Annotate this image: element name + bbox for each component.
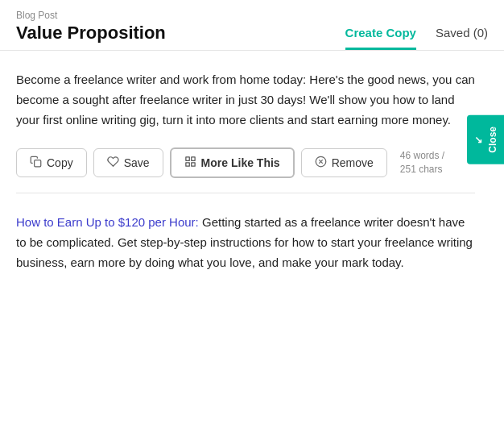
page-header: Blog Post Value Proposition Create Copy … <box>0 0 504 51</box>
svg-rect-1 <box>185 157 188 160</box>
tab-saved[interactable]: Saved (0) <box>436 26 488 50</box>
breadcrumb: Blog Post <box>16 10 166 21</box>
remove-label: Remove <box>332 156 374 169</box>
svg-rect-3 <box>191 163 194 166</box>
action-row-1: Copy Save <box>16 147 475 178</box>
heart-icon <box>107 156 119 170</box>
content-block-1: Become a freelance writer and work from … <box>16 51 475 193</box>
content-highlight: How to Earn Up to $120 per Hour: <box>16 215 199 229</box>
content-text-1: Become a freelance writer and work from … <box>16 70 475 130</box>
tab-create-copy[interactable]: Create Copy <box>345 26 416 50</box>
more-like-this-button[interactable]: More Like This <box>170 147 295 178</box>
svg-rect-0 <box>35 160 41 167</box>
header-tabs: Create Copy Saved (0) <box>345 26 488 50</box>
more-like-this-label: More Like This <box>201 156 280 169</box>
header-left: Blog Post Value Proposition <box>16 10 166 50</box>
word-count: 46 words / 251 chars <box>400 149 444 176</box>
close-label: Close <box>487 127 498 153</box>
more-icon <box>184 156 196 170</box>
word-count-value: 46 words / <box>400 150 444 161</box>
svg-rect-4 <box>185 163 188 166</box>
copy-icon <box>30 156 42 170</box>
char-count-value: 251 chars <box>400 164 443 175</box>
svg-rect-2 <box>191 157 194 160</box>
close-button[interactable]: ↙ Close <box>467 115 504 164</box>
content-text-2: How to Earn Up to $120 per Hour: Getting… <box>16 213 475 272</box>
main-content: ↙ Close Become a freelance writer and wo… <box>0 51 504 288</box>
copy-button[interactable]: Copy <box>16 148 87 177</box>
remove-button[interactable]: Remove <box>301 148 387 177</box>
content-block-2: How to Earn Up to $120 per Hour: Getting… <box>16 193 475 287</box>
page-title: Value Proposition <box>16 23 166 44</box>
save-button[interactable]: Save <box>93 148 163 177</box>
copy-label: Copy <box>47 156 73 169</box>
save-label: Save <box>124 156 150 169</box>
remove-icon <box>315 156 327 170</box>
close-arrow-icon: ↙ <box>473 135 484 143</box>
